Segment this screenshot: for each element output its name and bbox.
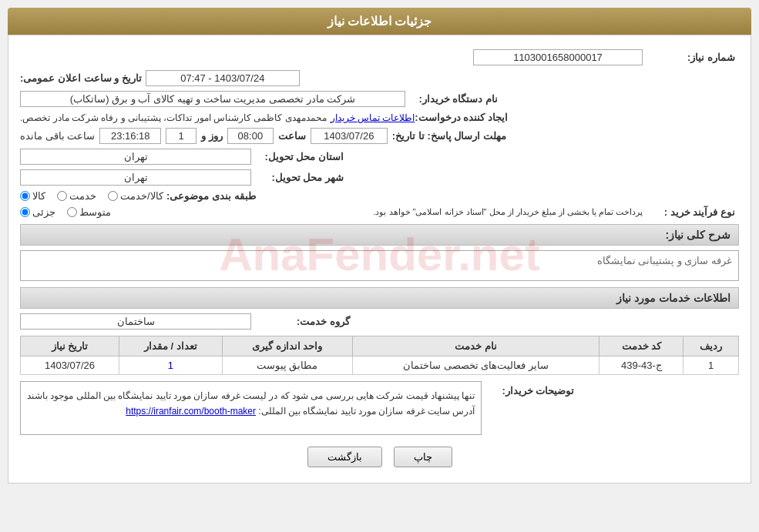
nooe-farayand-label: نوع فرآیند خرید : <box>643 206 735 218</box>
time-value: 23:16:18 <box>99 128 161 144</box>
nam-dastgah-row: نام دستگاه خریدار: شرکت مادر تخصصی مدیری… <box>20 91 739 107</box>
tosif-label: توضیحات خریدار: <box>482 381 574 396</box>
ostan-row: استان محل تحویل: تهران <box>20 149 739 165</box>
cell-radif: 1 <box>683 356 739 375</box>
tabaqe-option-1[interactable]: کالا <box>20 190 45 202</box>
nooe-radio-group: پرداخت تمام یا بخشی از مبلغ خریدار از مح… <box>20 206 643 218</box>
tabaqe-label: طبقه بندی موضوعی: <box>163 190 256 202</box>
saat-label: ساعت <box>278 130 306 142</box>
tosif-value: تنها پیشنهاد قیمت شرکت هایی بررسی می شود… <box>20 381 482 435</box>
tosif-line2: آدرس سایت غرفه سازان مورد تایید نمایشگاه… <box>27 403 475 419</box>
tabaqe-option-2[interactable]: خدمت <box>57 190 96 202</box>
shmare-niaz-label: شماره نیاز: <box>643 52 735 63</box>
mohlat-row: مهلت ارسال پاسخ: تا تاریخ: 1403/07/26 سا… <box>20 128 739 144</box>
saat-value: 08:00 <box>227 128 274 144</box>
cell-tarikh: 1403/07/26 <box>21 356 119 375</box>
col-vahed: واحد اندازه گیری <box>222 336 352 356</box>
group-khidmat-row: گروه خدمت: ساختمان <box>20 313 739 330</box>
nooe-radio-2[interactable] <box>67 207 77 217</box>
group-khidmat-value: ساختمان <box>20 313 251 330</box>
mohlat-label: مهلت ارسال پاسخ: تا تاریخ: <box>392 130 506 142</box>
date-announce-value: 1403/07/24 - 07:47 <box>146 70 300 86</box>
cell-kod-khedmat: ج-43-439 <box>599 356 683 375</box>
tabaqe-radio-1[interactable] <box>20 191 30 201</box>
sharh-koli-header: شرح کلی نیاز: <box>20 224 739 246</box>
col-name-khedmat: نام خدمت <box>352 336 599 356</box>
date-announce-row: 1403/07/24 - 07:47 تاریخ و ساعت اعلان عم… <box>20 70 739 86</box>
cell-vahed: مطابق پیوست <box>222 356 352 375</box>
tabaqe-radio-2[interactable] <box>57 191 67 201</box>
tabaqe-label-1: کالا <box>32 190 45 202</box>
services-table: ردیف کد خدمت نام خدمت واحد اندازه گیری ت… <box>20 336 739 375</box>
date-announce-label: تاریخ و ساعت اعلان عمومی: <box>20 72 142 84</box>
tosif-row: توضیحات خریدار: تنها پیشنهاد قیمت شرکت ه… <box>20 381 739 435</box>
col-tedad: تعداد / مقدار <box>119 336 223 356</box>
tabaqe-row: طبقه بندی موضوعی: کالا/خدمت خدمت کالا <box>20 190 739 202</box>
cell-tedad: 1 <box>119 356 223 375</box>
shmare-niaz-value: 1103001658000017 <box>473 49 643 65</box>
ostan-value: تهران <box>20 149 251 165</box>
col-radif: ردیف <box>683 336 739 356</box>
nooe-note: پرداخت تمام یا بخشی از مبلغ خریدار از مح… <box>123 207 643 217</box>
nooe-label-2: متوسط <box>79 206 111 218</box>
services-header: اطلاعات خدمات مورد نیاز <box>20 287 739 309</box>
sharh-koli-value: غرفه سازی و پشتیبانی نمایشگاه <box>20 250 739 281</box>
col-kod-khedmat: کد خدمت <box>599 336 683 356</box>
services-table-section: ردیف کد خدمت نام خدمت واحد اندازه گیری ت… <box>20 336 739 375</box>
shahr-label: شهر محل تحویل: <box>251 172 344 183</box>
roz-label: روز و <box>201 130 223 142</box>
date-value: 1403/07/26 <box>311 128 388 144</box>
ostan-label: استان محل تحویل: <box>251 151 344 162</box>
ijad-konande-link[interactable]: اطلاعات تماس خریدار <box>331 112 415 123</box>
saat-baqi-label: ساعت باقی مانده <box>20 130 95 142</box>
ijad-konande-label: ایجاد کننده درخواست: <box>415 112 508 123</box>
roz-value: 1 <box>166 128 196 144</box>
print-button[interactable]: چاپ <box>394 447 452 467</box>
shmare-niaz-row: شماره نیاز: 1103001658000017 <box>20 49 739 65</box>
group-khidmat-label: گروه خدمت: <box>257 316 350 327</box>
nooe-farayand-row: نوع فرآیند خرید : پرداخت تمام یا بخشی از… <box>20 206 739 218</box>
main-content: AnaFender.net شماره نیاز: 11030016580000… <box>8 35 751 483</box>
tabaqe-label-2: خدمت <box>69 190 96 202</box>
nooe-label-1: جزئی <box>32 206 55 218</box>
page-title: جزئیات اطلاعات نیاز <box>8 8 751 35</box>
tabaqe-radio-group: کالا/خدمت خدمت کالا <box>20 190 163 202</box>
button-row: چاپ بازگشت <box>20 447 739 475</box>
shahr-row: شهر محل تحویل: تهران <box>20 169 739 186</box>
shahr-value: تهران <box>20 169 251 186</box>
nooe-option-2[interactable]: متوسط <box>67 206 111 218</box>
nam-dastgah-label: نام دستگاه خریدار: <box>405 93 498 105</box>
page-wrapper: جزئیات اطلاعات نیاز AnaFender.net شماره … <box>0 0 759 532</box>
col-tarikh: تاریخ نیاز <box>21 336 119 356</box>
table-row: 1 ج-43-439 سایر فعالیت‌های تخصصی ساختمان… <box>21 356 739 375</box>
ijad-konande-value: محمدمهدی کاظمی کارشناس امور تداکات، پشتی… <box>20 112 327 123</box>
tabaqe-label-3: کالا/خدمت <box>120 190 163 202</box>
nam-dastgah-value: شرکت مادر تخصصی مدیریت ساخت و تهیه کالای… <box>20 91 405 107</box>
back-button[interactable]: بازگشت <box>307 447 382 467</box>
tosif-link[interactable]: https://iranfair.com/booth-maker <box>126 406 256 417</box>
ijad-konande-row: ایجاد کننده درخواست: اطلاعات تماس خریدار… <box>20 112 739 123</box>
tabaqe-option-3[interactable]: کالا/خدمت <box>108 190 163 202</box>
tabaqe-radio-3[interactable] <box>108 191 118 201</box>
nooe-radio-1[interactable] <box>20 207 30 217</box>
sharh-koli-label: شرح کلی نیاز: <box>666 229 730 241</box>
cell-name-khedmat: سایر فعالیت‌های تخصصی ساختمان <box>352 356 599 375</box>
nooe-option-1[interactable]: جزئی <box>20 206 55 218</box>
tosif-line1: تنها پیشنهاد قیمت شرکت هایی بررسی می شود… <box>27 388 475 403</box>
